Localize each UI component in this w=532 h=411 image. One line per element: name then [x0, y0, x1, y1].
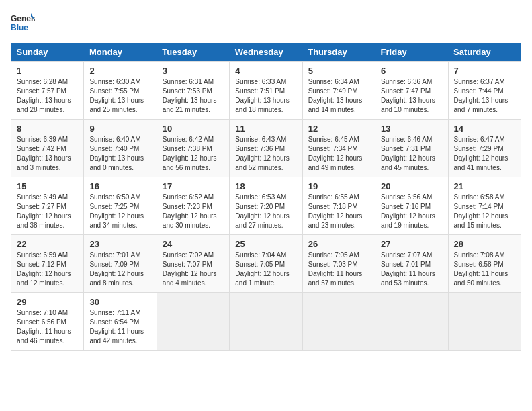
calendar-cell: 1Sunrise: 6:28 AMSunset: 7:57 PMDaylight… — [11, 62, 84, 120]
day-number: 6 — [381, 66, 442, 76]
calendar-cell — [448, 293, 521, 351]
calendar-table: SundayMondayTuesdayWednesdayThursdayFrid… — [11, 43, 521, 351]
cell-info: Sunrise: 6:31 AMSunset: 7:53 PMDaylight:… — [163, 77, 224, 115]
cell-info: Sunrise: 7:05 AMSunset: 7:03 PMDaylight:… — [308, 250, 369, 288]
day-number: 7 — [454, 66, 515, 76]
header-cell-wednesday: Wednesday — [230, 43, 302, 62]
day-number: 14 — [454, 124, 515, 134]
calendar-cell: 27Sunrise: 7:07 AMSunset: 7:01 PMDayligh… — [375, 235, 448, 293]
calendar-cell: 20Sunrise: 6:56 AMSunset: 7:16 PMDayligh… — [375, 177, 448, 235]
calendar-cell: 5Sunrise: 6:34 AMSunset: 7:49 PMDaylight… — [302, 62, 375, 120]
calendar-cell: 12Sunrise: 6:45 AMSunset: 7:34 PMDayligh… — [302, 120, 375, 177]
day-number: 21 — [454, 181, 515, 191]
header-cell-sunday: Sunday — [11, 43, 84, 62]
header-cell-saturday: Saturday — [448, 43, 521, 62]
week-row-5: 29Sunrise: 7:10 AMSunset: 6:56 PMDayligh… — [11, 293, 521, 351]
day-number: 4 — [235, 66, 296, 76]
cell-info: Sunrise: 7:07 AMSunset: 7:01 PMDaylight:… — [381, 250, 442, 288]
cell-info: Sunrise: 6:28 AMSunset: 7:57 PMDaylight:… — [17, 77, 78, 115]
cell-info: Sunrise: 6:52 AMSunset: 7:23 PMDaylight:… — [163, 193, 224, 230]
cell-info: Sunrise: 7:04 AMSunset: 7:05 PMDaylight:… — [235, 250, 296, 288]
cell-info: Sunrise: 6:49 AMSunset: 7:27 PMDaylight:… — [17, 193, 78, 230]
day-number: 27 — [381, 239, 442, 249]
logo: General Blue — [11, 11, 35, 35]
day-number: 10 — [163, 124, 224, 134]
day-number: 2 — [89, 66, 150, 76]
day-number: 1 — [17, 66, 78, 76]
calendar-cell: 26Sunrise: 7:05 AMSunset: 7:03 PMDayligh… — [302, 235, 375, 293]
day-number: 19 — [308, 181, 369, 191]
cell-info: Sunrise: 6:43 AMSunset: 7:36 PMDaylight:… — [235, 135, 296, 173]
calendar-cell: 6Sunrise: 6:36 AMSunset: 7:47 PMDaylight… — [375, 62, 448, 120]
cell-info: Sunrise: 6:59 AMSunset: 7:12 PMDaylight:… — [17, 250, 78, 288]
day-number: 30 — [89, 297, 150, 307]
calendar-cell: 11Sunrise: 6:43 AMSunset: 7:36 PMDayligh… — [230, 120, 302, 177]
day-number: 5 — [308, 66, 369, 76]
day-number: 25 — [235, 239, 296, 249]
calendar-cell: 19Sunrise: 6:55 AMSunset: 7:18 PMDayligh… — [302, 177, 375, 235]
calendar-cell: 10Sunrise: 6:42 AMSunset: 7:38 PMDayligh… — [157, 120, 229, 177]
day-number: 13 — [381, 124, 442, 134]
calendar-cell: 7Sunrise: 6:37 AMSunset: 7:44 PMDaylight… — [448, 62, 521, 120]
calendar-cell — [375, 293, 448, 351]
cell-info: Sunrise: 6:37 AMSunset: 7:44 PMDaylight:… — [454, 77, 515, 115]
cell-info: Sunrise: 6:34 AMSunset: 7:49 PMDaylight:… — [308, 77, 369, 115]
cell-info: Sunrise: 6:33 AMSunset: 7:51 PMDaylight:… — [235, 77, 296, 115]
calendar-cell: 17Sunrise: 6:52 AMSunset: 7:23 PMDayligh… — [157, 177, 229, 235]
day-number: 17 — [163, 181, 224, 191]
cell-info: Sunrise: 6:46 AMSunset: 7:31 PMDaylight:… — [381, 135, 442, 173]
day-number: 22 — [17, 239, 78, 249]
cell-info: Sunrise: 7:11 AMSunset: 6:54 PMDaylight:… — [89, 308, 150, 346]
day-number: 11 — [235, 124, 296, 134]
cell-info: Sunrise: 7:10 AMSunset: 6:56 PMDaylight:… — [17, 308, 78, 346]
week-row-4: 22Sunrise: 6:59 AMSunset: 7:12 PMDayligh… — [11, 235, 521, 293]
header-cell-monday: Monday — [84, 43, 157, 62]
day-number: 3 — [163, 66, 224, 76]
calendar-cell: 22Sunrise: 6:59 AMSunset: 7:12 PMDayligh… — [11, 235, 84, 293]
calendar-cell: 25Sunrise: 7:04 AMSunset: 7:05 PMDayligh… — [230, 235, 302, 293]
calendar-cell: 23Sunrise: 7:01 AMSunset: 7:09 PMDayligh… — [84, 235, 157, 293]
day-number: 20 — [381, 181, 442, 191]
calendar-cell: 24Sunrise: 7:02 AMSunset: 7:07 PMDayligh… — [157, 235, 229, 293]
calendar-cell — [157, 293, 229, 351]
week-row-3: 15Sunrise: 6:49 AMSunset: 7:27 PMDayligh… — [11, 177, 521, 235]
svg-text:Blue: Blue — [11, 23, 28, 32]
calendar-cell: 18Sunrise: 6:53 AMSunset: 7:20 PMDayligh… — [230, 177, 302, 235]
cell-info: Sunrise: 6:58 AMSunset: 7:14 PMDaylight:… — [454, 193, 515, 230]
cell-info: Sunrise: 6:36 AMSunset: 7:47 PMDaylight:… — [381, 77, 442, 115]
day-number: 28 — [454, 239, 515, 249]
calendar-cell: 2Sunrise: 6:30 AMSunset: 7:55 PMDaylight… — [84, 62, 157, 120]
day-number: 16 — [89, 181, 150, 191]
cell-info: Sunrise: 6:47 AMSunset: 7:29 PMDaylight:… — [454, 135, 515, 173]
calendar-cell — [302, 293, 375, 351]
cell-info: Sunrise: 6:55 AMSunset: 7:18 PMDaylight:… — [308, 193, 369, 230]
cell-info: Sunrise: 7:01 AMSunset: 7:09 PMDaylight:… — [89, 250, 150, 288]
calendar-cell: 30Sunrise: 7:11 AMSunset: 6:54 PMDayligh… — [84, 293, 157, 351]
week-row-1: 1Sunrise: 6:28 AMSunset: 7:57 PMDaylight… — [11, 62, 521, 120]
header-row: SundayMondayTuesdayWednesdayThursdayFrid… — [11, 43, 521, 62]
cell-info: Sunrise: 7:02 AMSunset: 7:07 PMDaylight:… — [163, 250, 224, 288]
cell-info: Sunrise: 6:30 AMSunset: 7:55 PMDaylight:… — [89, 77, 150, 115]
day-number: 12 — [308, 124, 369, 134]
page-header: General Blue — [11, 11, 521, 35]
cell-info: Sunrise: 6:45 AMSunset: 7:34 PMDaylight:… — [308, 135, 369, 173]
logo-icon-wrapper: General Blue — [11, 11, 35, 35]
calendar-cell: 4Sunrise: 6:33 AMSunset: 7:51 PMDaylight… — [230, 62, 302, 120]
day-number: 26 — [308, 239, 369, 249]
logo-svg: General Blue — [11, 11, 35, 35]
day-number: 18 — [235, 181, 296, 191]
cell-info: Sunrise: 6:56 AMSunset: 7:16 PMDaylight:… — [381, 193, 442, 230]
calendar-cell: 9Sunrise: 6:40 AMSunset: 7:40 PMDaylight… — [84, 120, 157, 177]
cell-info: Sunrise: 6:50 AMSunset: 7:25 PMDaylight:… — [89, 193, 150, 230]
header-cell-tuesday: Tuesday — [157, 43, 229, 62]
calendar-cell: 29Sunrise: 7:10 AMSunset: 6:56 PMDayligh… — [11, 293, 84, 351]
cell-info: Sunrise: 7:08 AMSunset: 6:58 PMDaylight:… — [454, 250, 515, 288]
logo-container: General Blue — [11, 11, 35, 35]
calendar-cell: 3Sunrise: 6:31 AMSunset: 7:53 PMDaylight… — [157, 62, 229, 120]
week-row-2: 8Sunrise: 6:39 AMSunset: 7:42 PMDaylight… — [11, 120, 521, 177]
calendar-cell: 14Sunrise: 6:47 AMSunset: 7:29 PMDayligh… — [448, 120, 521, 177]
day-number: 23 — [89, 239, 150, 249]
cell-info: Sunrise: 6:39 AMSunset: 7:42 PMDaylight:… — [17, 135, 78, 173]
day-number: 24 — [163, 239, 224, 249]
calendar-cell: 13Sunrise: 6:46 AMSunset: 7:31 PMDayligh… — [375, 120, 448, 177]
